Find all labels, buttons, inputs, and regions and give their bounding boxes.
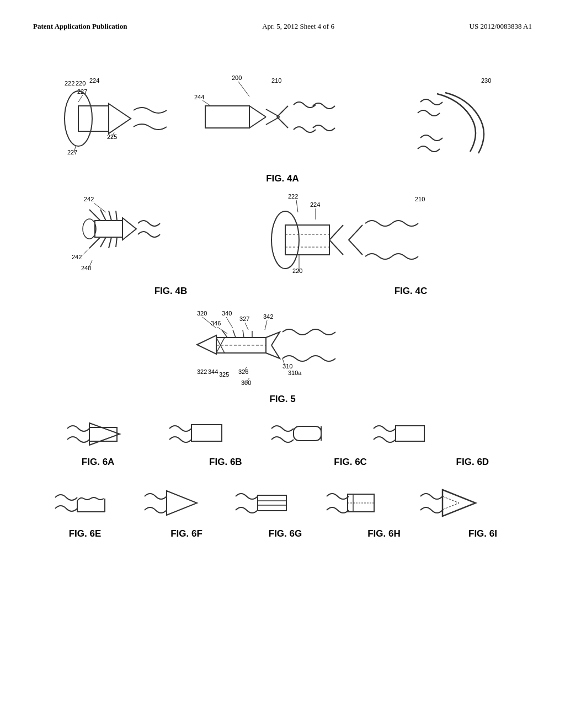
svg-rect-84 [294,426,321,441]
header-left: Patent Application Publication [33,22,127,31]
svg-line-100 [443,503,459,510]
svg-line-58 [245,323,248,330]
svg-point-35 [83,219,96,239]
svg-text:340: 340 [222,310,232,317]
svg-line-32 [109,237,111,248]
svg-text:227: 227 [77,88,87,95]
fig6abcd-section: FIG. 6A FIG. 6B FIG. 6C FIG. 6D [34,411,531,474]
svg-rect-17 [205,106,249,128]
svg-line-99 [443,496,459,503]
fig4a-section: 222 220 224 227 225 227 200 244 210 [34,66,531,182]
svg-rect-25 [95,221,122,237]
svg-line-31 [100,237,106,247]
svg-line-24 [94,203,106,212]
svg-rect-1 [78,106,109,131]
main-content: 222 220 224 227 225 227 200 244 210 [0,66,565,728]
svg-line-13 [238,82,249,97]
fig6c-label: FIG. 6C [292,457,409,468]
fig5-label: FIG. 5 [34,394,531,405]
svg-text:242: 242 [84,196,94,202]
svg-text:222: 222 [288,193,298,200]
svg-rect-46 [285,225,329,255]
svg-text:210: 210 [271,77,281,84]
svg-line-28 [109,211,111,221]
svg-rect-82 [191,425,222,441]
svg-text:200: 200 [232,74,242,81]
svg-text:224: 224 [310,201,320,208]
svg-marker-2 [109,104,131,133]
svg-marker-61 [197,335,216,354]
fig4a-label: FIG. 4A [34,173,531,184]
svg-rect-86 [396,426,424,441]
fig4c-label: FIG. 4C [291,286,531,297]
svg-marker-34 [122,218,136,240]
svg-rect-92 [258,495,286,511]
fig6d-label: FIG. 6D [414,457,531,468]
page-header: Patent Application Publication Apr. 5, 2… [0,22,565,31]
fig6e-label: FIG. 6E [37,528,133,539]
svg-text:227: 227 [67,149,77,156]
svg-line-7 [78,95,83,102]
svg-text:344: 344 [208,368,218,375]
fig6g-label: FIG. 6G [237,528,333,539]
svg-line-27 [100,210,106,221]
svg-line-41 [296,200,298,212]
fig6h-label: FIG. 6H [336,528,432,539]
svg-text:244: 244 [194,94,204,100]
svg-line-19 [249,117,266,128]
svg-rect-81 [89,427,117,441]
svg-text:320: 320 [197,310,207,317]
svg-line-66 [243,330,244,338]
svg-line-37 [79,248,89,258]
header-center: Apr. 5, 2012 Sheet 4 of 6 [262,22,334,31]
svg-line-15 [202,100,211,106]
svg-text:230: 230 [481,77,491,84]
svg-line-54 [226,317,233,328]
header-right: US 2012/0083838 A1 [470,22,532,31]
svg-text:210: 210 [415,196,425,202]
svg-text:325: 325 [219,371,229,378]
svg-text:322: 322 [197,368,207,375]
svg-text:346: 346 [211,320,221,326]
svg-line-29 [116,211,117,221]
svg-line-60 [265,320,267,330]
svg-text:342: 342 [263,313,273,320]
fig4bc-section: 242 242 240 [34,188,531,298]
svg-line-18 [249,106,266,117]
svg-line-65 [233,330,236,338]
svg-marker-90 [167,491,197,515]
svg-line-33 [116,237,117,247]
svg-text:220: 220 [76,80,86,87]
fig6ei-section: FIG. 6E FIG. 6F FIG. 6G FIG. 6H FIG. 6I [34,480,531,546]
fig4b-label: FIG. 4B [51,286,291,297]
svg-text:222: 222 [65,80,74,87]
fig6i-label: FIG. 6I [435,528,531,539]
svg-text:224: 224 [89,77,99,84]
svg-text:326: 326 [238,368,248,375]
svg-text:310a: 310a [288,370,302,376]
fig6a-label: FIG. 6A [40,457,156,468]
fig5-section: 320 340 346 327 342 [34,303,531,405]
fig6b-label: FIG. 6B [167,457,284,468]
svg-text:327: 327 [239,315,249,322]
fig6f-label: FIG. 6F [138,528,234,539]
svg-line-64 [222,330,227,338]
svg-text:220: 220 [292,267,302,274]
